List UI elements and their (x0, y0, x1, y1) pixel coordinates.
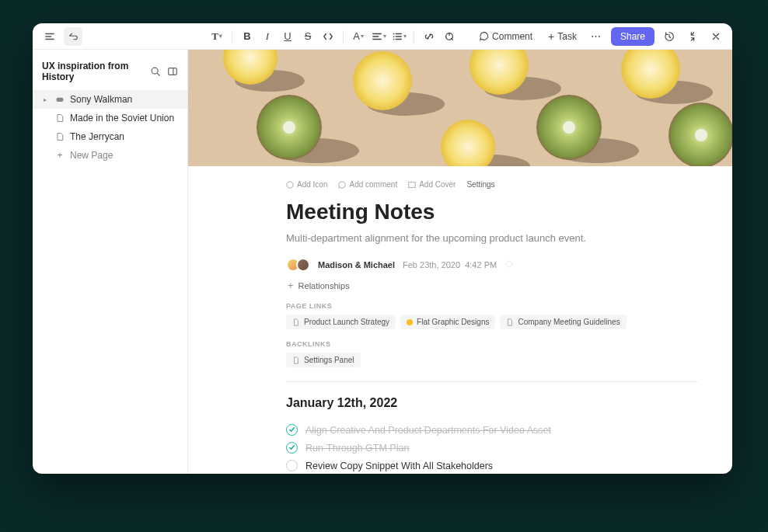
topbar: T▾ B I U S A▾ ▾ ▾ Comment +Task ⋯ Share (33, 23, 732, 50)
doc-icon (54, 132, 65, 141)
settings-gear-icon[interactable] (504, 259, 514, 270)
chevron-right-icon[interactable]: ▸ (44, 96, 50, 103)
add-cover-button[interactable]: Add Cover (408, 180, 456, 189)
sidebar-title: UX inspiration from History (42, 61, 150, 82)
app-window: T▾ B I U S A▾ ▾ ▾ Comment +Task ⋯ Share (33, 23, 732, 474)
panel-icon[interactable] (167, 66, 178, 77)
history-icon[interactable] (661, 28, 678, 45)
svg-point-13 (353, 51, 412, 110)
todo-item[interactable]: Align Creative And Product Departments F… (286, 421, 698, 439)
sidebar-item-label: Sony Walkman (70, 94, 132, 105)
code-button[interactable] (319, 28, 337, 45)
relationships-button[interactable]: + Relationships (286, 280, 698, 291)
more-button[interactable]: ⋯ (588, 28, 605, 45)
todo-item[interactable]: Run-Through GTM Plan (286, 439, 698, 457)
todo-text: Run-Through GTM Plan (305, 443, 409, 454)
sidebar-item-label: New Page (70, 150, 113, 161)
sidebar-item-label: The Jerrycan (70, 131, 124, 142)
svg-point-11 (283, 121, 295, 134)
checkbox-unchecked[interactable] (286, 460, 298, 471)
close-icon[interactable] (707, 28, 724, 45)
underline-button[interactable]: U (279, 28, 296, 45)
svg-point-17 (441, 120, 495, 166)
todo-item[interactable]: Review Copy Snippet With All Stakeholder… (286, 457, 698, 474)
svg-rect-6 (57, 98, 64, 102)
settings-button[interactable]: Settings (466, 180, 494, 189)
sidebar-item-soviet[interactable]: Made in the Soviet Union (33, 109, 187, 127)
sidebar-item-jerrycan[interactable]: The Jerrycan (33, 127, 187, 146)
svg-point-24 (695, 129, 707, 141)
todo-text: Review Copy Snippet With All Stakeholder… (305, 461, 493, 471)
menu-icon[interactable] (40, 27, 59, 46)
svg-rect-5 (169, 68, 177, 75)
page-subtitle[interactable]: Multi-department alignment for the upcom… (286, 232, 698, 244)
sidebar-item-label: Made in the Soviet Union (70, 113, 174, 123)
page-title[interactable]: Meeting Notes (286, 200, 698, 224)
svg-point-1 (393, 36, 394, 37)
divider (286, 381, 698, 382)
svg-point-27 (506, 261, 512, 267)
search-icon[interactable] (150, 66, 161, 77)
svg-point-0 (393, 33, 394, 34)
sidebar-item-walkman[interactable]: ▸ Sony Walkman (33, 90, 187, 109)
backlinks-label: BACKLINKS (286, 340, 698, 348)
page-date: Feb 23th, 2020 4:42 PM (403, 260, 497, 269)
plus-icon: + (54, 150, 65, 161)
backlink-chip[interactable]: Settings Panel (286, 353, 361, 367)
page-links-label: PAGE LINKS (286, 302, 698, 310)
date-heading[interactable]: January 12th, 2022 (286, 396, 698, 410)
page-link-chip[interactable]: Product Launch Strategy (286, 315, 396, 329)
text-color-button[interactable]: A▾ (350, 28, 367, 45)
svg-point-25 (287, 181, 293, 187)
sidebar: UX inspiration from History ▸ Sony Walkm… (33, 50, 188, 474)
align-button[interactable]: ▾ (370, 28, 387, 45)
collapse-icon[interactable] (684, 28, 701, 45)
add-comment-button[interactable]: Add comment (338, 180, 397, 189)
gamepad-icon (54, 95, 65, 104)
add-icon-button[interactable]: Add Icon (286, 180, 327, 189)
todo-text: Align Creative And Product Departments F… (305, 425, 551, 436)
checkbox-checked[interactable] (286, 442, 298, 454)
cover-image[interactable] (188, 50, 732, 166)
task-button[interactable]: +Task (543, 28, 581, 45)
svg-point-20 (563, 121, 575, 134)
avatar (296, 258, 310, 272)
page-link-chip[interactable]: Company Meeting Guidelines (500, 315, 626, 329)
text-style-button[interactable]: T▾ (208, 28, 225, 45)
bold-button[interactable]: B (239, 28, 256, 45)
main-content: Add Icon Add comment Add Cover Settings … (188, 50, 732, 474)
italic-button[interactable]: I (259, 28, 276, 45)
embed-button[interactable] (441, 28, 458, 45)
author-avatars[interactable] (286, 258, 310, 272)
dot-icon (407, 319, 413, 325)
link-button[interactable] (421, 28, 438, 45)
share-button[interactable]: Share (611, 27, 655, 46)
plus-icon: + (288, 280, 294, 291)
checkbox-checked[interactable] (286, 424, 298, 436)
svg-rect-26 (409, 182, 415, 187)
new-page-button[interactable]: + New Page (33, 146, 187, 165)
list-button[interactable]: ▾ (390, 28, 407, 45)
back-button[interactable] (64, 27, 82, 46)
svg-point-2 (393, 38, 394, 40)
doc-icon (54, 113, 65, 123)
strikethrough-button[interactable]: S (299, 28, 316, 45)
page-link-chip[interactable]: Flat Graphic Designs (400, 315, 495, 329)
svg-point-4 (152, 68, 158, 74)
comment-button[interactable]: Comment (474, 29, 537, 44)
author-names[interactable]: Madison & Michael (318, 260, 395, 269)
